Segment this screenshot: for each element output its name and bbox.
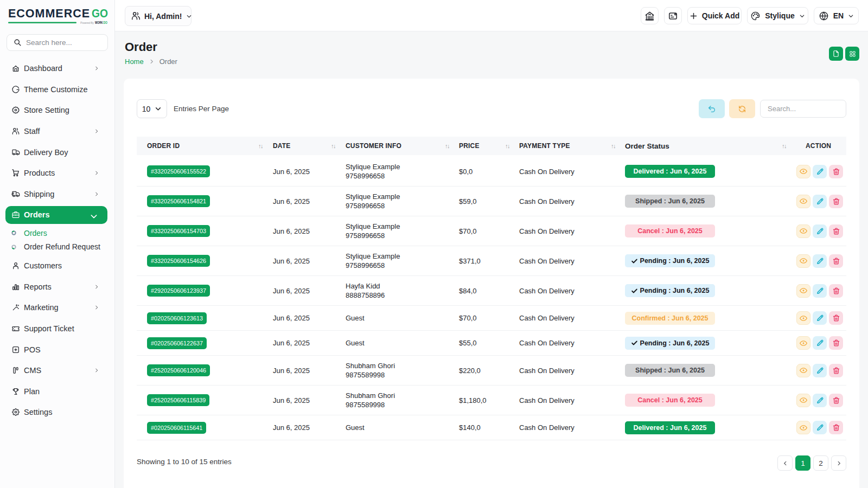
- svg-text:ECOMMERCE: ECOMMERCE: [8, 7, 90, 20]
- svg-text:DO: DO: [104, 21, 108, 24]
- svg-text:Powered By: Powered By: [80, 21, 94, 24]
- svg-text:GO: GO: [92, 7, 108, 20]
- svg-text:WORK: WORK: [95, 21, 103, 24]
